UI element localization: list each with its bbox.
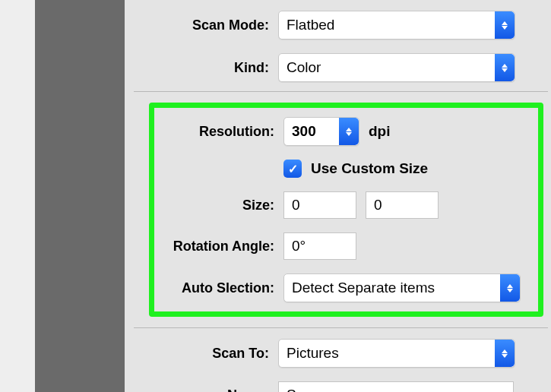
scan-mode-label: Scan Mode:	[134, 17, 278, 33]
row-scan-to: Scan To: Pictures	[125, 339, 551, 368]
row-rotation-angle: Rotation Angle:	[154, 232, 532, 260]
row-name: Name:	[125, 381, 551, 392]
row-resolution: Resolution: 300 dpi	[154, 117, 532, 146]
use-custom-size-checkbox[interactable]	[283, 160, 302, 178]
sidebar-preview	[35, 0, 125, 392]
updown-icon	[495, 340, 515, 367]
scan-options-form: Scan Mode: Flatbed Kind: Color	[125, 0, 551, 392]
kind-select[interactable]: Color	[278, 53, 515, 82]
updown-icon	[500, 274, 520, 302]
scan-mode-select[interactable]: Flatbed	[278, 11, 515, 40]
row-auto-selection: Auto Slection: Detect Separate items	[154, 273, 532, 302]
rotation-angle-label: Rotation Angle:	[154, 239, 283, 254]
resolution-select[interactable]: 300	[283, 117, 359, 146]
auto-selection-label: Auto Slection:	[154, 280, 283, 296]
size-width-input[interactable]	[283, 191, 356, 219]
row-use-custom-size: Use Custom Size	[154, 160, 532, 178]
auto-selection-select[interactable]: Detect Separate items	[283, 273, 521, 302]
row-size: Size:	[154, 191, 532, 219]
size-label: Size:	[154, 198, 283, 213]
dpi-text: dpi	[369, 123, 391, 140]
settings-pane: Scan Mode: Flatbed Kind: Color	[0, 0, 551, 392]
resolution-size-highlight: Resolution: 300 dpi Use Custom Size	[149, 103, 543, 317]
scan-to-select[interactable]: Pictures	[278, 339, 515, 368]
auto-selection-value: Detect Separate items	[292, 280, 435, 296]
updown-icon	[339, 118, 359, 145]
scan-to-label: Scan To:	[134, 346, 278, 362]
row-kind: Kind: Color	[125, 53, 551, 82]
kind-label: Kind:	[134, 60, 278, 76]
rotation-angle-input[interactable]	[283, 232, 356, 260]
name-label: Name:	[134, 387, 278, 393]
row-scan-mode: Scan Mode: Flatbed	[125, 11, 551, 40]
sidebar-gutter	[0, 0, 35, 392]
section-separator	[134, 327, 548, 328]
updown-icon	[495, 11, 515, 39]
use-custom-size-text: Use Custom Size	[311, 160, 428, 177]
size-height-input[interactable]	[366, 191, 439, 219]
scan-mode-value: Flatbed	[287, 17, 334, 33]
scan-to-value: Pictures	[287, 345, 339, 362]
section-separator	[134, 91, 548, 92]
resolution-value: 300	[292, 123, 316, 140]
resolution-label: Resolution:	[154, 124, 283, 140]
kind-value: Color	[287, 59, 321, 76]
name-input[interactable]	[278, 381, 514, 392]
updown-icon	[495, 54, 515, 81]
